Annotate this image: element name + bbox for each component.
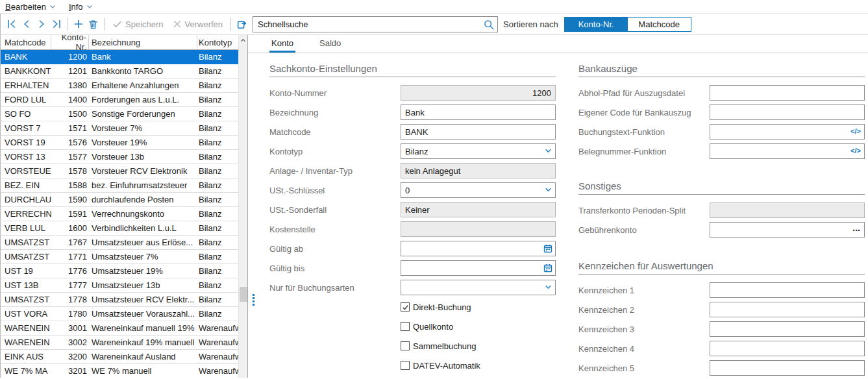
table-row[interactable]: UMSATZST 1767 Umsatzsteuer aus Erlöse...…	[1, 236, 239, 250]
cell-bezeichnung: Wareneinkauf manuell 19%	[89, 323, 197, 333]
cell-kontonr: 1767	[51, 238, 89, 247]
table-row[interactable]: VERB LUL 1600 Verbindlichkeiten L.u.L Bi…	[1, 221, 239, 236]
table-row[interactable]: BANK 1200 Bank Bilanz	[1, 50, 239, 64]
checkbox-quellkonto[interactable]: Quellkonto	[269, 317, 556, 336]
belegnummer-funktion-input[interactable]	[710, 143, 865, 159]
gueltig-bis-input[interactable]	[401, 260, 556, 276]
calendar-icon[interactable]	[543, 263, 553, 275]
column-header-bezeichnung[interactable]: Bezeichnung	[89, 35, 197, 49]
ellipsis-icon[interactable]: ...	[852, 223, 860, 233]
add-record-button[interactable]	[71, 16, 86, 32]
kennzeichen-4-input[interactable]	[710, 341, 865, 356]
tab-saldo[interactable]: Saldo	[317, 35, 343, 53]
previous-record-button[interactable]	[19, 16, 34, 32]
tab-konto[interactable]: Konto	[269, 35, 295, 53]
kennzeichen-5-input[interactable]	[710, 360, 865, 376]
chevron-down-icon[interactable]	[544, 186, 552, 196]
chevron-down-icon[interactable]	[544, 283, 552, 293]
table-row[interactable]: WARENEIN 3001 Wareneinkauf manuell 19% W…	[1, 321, 239, 336]
table-row[interactable]: WARENEIN 3002 Wareneinkauf 19% manuell W…	[1, 336, 239, 350]
field-kennzeichen-1: Kennzeichen 1	[578, 280, 865, 300]
toolbar: Speichern Verwerfen Sortieren nach Konto…	[0, 14, 868, 35]
field-gueltig-bis: Gültig bis	[269, 258, 556, 278]
column-header-kontonr[interactable]: Konto-Nr.	[51, 35, 89, 49]
cell-kontotyp: Bilanz	[197, 309, 239, 319]
checkbox-icon[interactable]	[401, 322, 410, 331]
kontotyp-select[interactable]	[401, 143, 556, 159]
table-row[interactable]: BEZ. EIN 1588 bez. Einfuhrumsatzsteuer B…	[1, 178, 239, 193]
code-function-icon[interactable]: </>	[850, 147, 861, 154]
table-row[interactable]: BANKKONT 1201 Bankkonto TARGO Bilanz	[1, 64, 239, 79]
checkbox-label: Direkt-Buchung	[413, 302, 471, 312]
konto-nummer-input[interactable]	[401, 85, 556, 101]
save-button[interactable]: Speichern	[112, 19, 164, 29]
kennzeichen-1-input[interactable]	[710, 282, 865, 298]
checkbox-sammelbuchung[interactable]: Sammelbuchung	[269, 336, 556, 356]
table-row[interactable]: VORST 19 1576 Vorsteuer 19% Bilanz	[1, 136, 239, 150]
checkbox-datev-automatik[interactable]: DATEV-Automatik	[269, 356, 556, 375]
matchcode-input[interactable]	[401, 124, 556, 140]
kennzeichen-3-input[interactable]	[710, 321, 865, 337]
splitter-handle-icon[interactable]	[253, 294, 254, 306]
checkbox-icon[interactable]	[401, 341, 410, 350]
scrollbar-thumb[interactable]	[240, 287, 247, 302]
table-row[interactable]: UMSATZST 1778 Umsatzsteuer RCV Elektr...…	[1, 293, 239, 307]
first-record-button[interactable]	[4, 16, 19, 32]
checkbox-icon[interactable]	[401, 302, 410, 312]
column-header-kontotyp[interactable]: Kontotyp	[197, 35, 239, 49]
cell-kontotyp: Bilanz	[197, 195, 239, 204]
table-scrollbar[interactable]	[238, 35, 247, 378]
cell-kontonr: 1591	[51, 209, 89, 219]
menu-bearbeiten[interactable]: Bearbeiten	[5, 2, 56, 12]
next-record-button[interactable]	[34, 16, 49, 32]
ust-sonderfall-input[interactable]	[401, 202, 556, 217]
kostenstelle-input[interactable]	[401, 221, 556, 237]
table-row[interactable]: UMSATZST 1771 Umsatzsteuer 7% Bilanz	[1, 250, 239, 264]
code-function-icon[interactable]: </>	[850, 127, 861, 135]
cell-matchcode: DURCHLAU	[1, 195, 51, 204]
table-row[interactable]: UST 13B 1777 Umsatzsteuer 13b Bilanz	[1, 278, 239, 293]
table-row[interactable]: DURCHLAU 1590 durchlaufende Posten Bilan…	[1, 193, 239, 207]
menu-info[interactable]: Info	[69, 2, 93, 12]
table-row[interactable]: EINK AUS 3200 Wareneinkauf Ausland Waren…	[1, 350, 239, 364]
table-row[interactable]: SO FO 1500 Sonstige Forderungen Bilanz	[1, 107, 239, 121]
bezeichnung-input[interactable]	[401, 104, 556, 120]
transferkonto-input[interactable]	[710, 202, 865, 218]
field-label: Gültig ab	[269, 244, 401, 254]
sort-by-matchcode-button[interactable]: Matchcode	[628, 18, 691, 31]
table-row[interactable]: VORST 13 1577 Vorsteuer 13b Bilanz	[1, 150, 239, 164]
nur-buchungsarten-select[interactable]	[401, 280, 556, 295]
table-row[interactable]: WE 7% MA 3201 WE 7% manuell Warenaufwand	[1, 364, 239, 378]
delete-record-button[interactable]	[86, 16, 101, 32]
anlage-typ-input[interactable]	[401, 163, 556, 178]
checkbox-icon[interactable]	[401, 361, 410, 370]
table-row[interactable]: FORD LUL 1400 Forderungen aus L.u.L. Bil…	[1, 93, 239, 107]
gebuehrenkonto-input[interactable]	[710, 222, 865, 238]
column-header-matchcode[interactable]: Matchcode	[1, 35, 51, 49]
table-row[interactable]: UST 19 1776 Umsatzsteuer 19% Bilanz	[1, 264, 239, 278]
checkbox-direkt-buchung[interactable]: Direkt-Buchung	[269, 297, 556, 317]
scroll-up-icon[interactable]	[239, 35, 247, 45]
kennzeichen-2-input[interactable]	[710, 302, 865, 317]
open-record-button[interactable]	[234, 16, 249, 32]
search-icon[interactable]	[483, 19, 495, 32]
table-row[interactable]: ERHALTEN 1380 Erhaltene Anzahlungen Bila…	[1, 79, 239, 93]
calendar-icon[interactable]	[543, 243, 553, 256]
gueltig-ab-input[interactable]	[401, 241, 556, 256]
chevron-down-icon[interactable]	[544, 147, 552, 157]
table-row[interactable]: VORSTEUE 1578 Vorsteuer RCV Elektronik B…	[1, 164, 239, 178]
cell-bezeichnung: Bankkonto TARGO	[89, 66, 197, 76]
cell-kontotyp: Warenaufwand	[197, 323, 239, 333]
table-row[interactable]: UST VORA 1780 Umsatzsteuer Vorauszahl...…	[1, 307, 239, 321]
last-record-button[interactable]	[49, 16, 64, 32]
ust-schluessel-select[interactable]	[401, 182, 556, 198]
eigener-code-input[interactable]	[710, 104, 865, 120]
discard-button[interactable]: Verwerfen	[173, 19, 223, 29]
abhol-pfad-input[interactable]	[710, 85, 865, 101]
quick-search-input[interactable]	[253, 17, 497, 32]
buchungstext-funktion-input[interactable]	[710, 124, 865, 140]
last-record-icon	[51, 19, 62, 29]
table-row[interactable]: VERRECHN 1591 Verrechnungskonto Bilanz	[1, 207, 239, 221]
sort-by-kontonr-button[interactable]: Konto-Nr.	[565, 18, 628, 31]
table-row[interactable]: VORST 7 1571 Vorsteuer 7% Bilanz	[1, 121, 239, 136]
